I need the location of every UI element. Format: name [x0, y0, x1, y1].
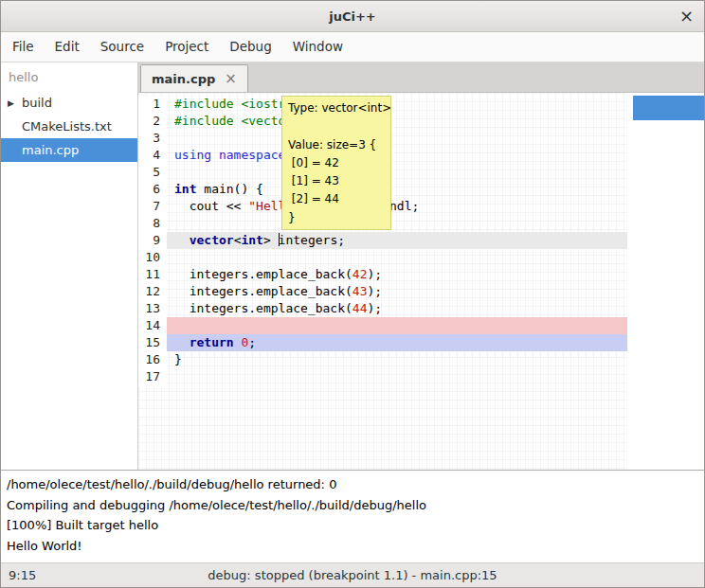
- menu-bar: FileEditSourceProjectDebugWindow: [1, 32, 704, 62]
- debug-tooltip: Type: vector<int> Value: size=3 { [0] = …: [281, 96, 391, 230]
- line-number[interactable]: 11: [138, 266, 167, 283]
- output-panel[interactable]: /home/olece/test/hello/./build/debug/hel…: [1, 470, 704, 562]
- line-number[interactable]: 1: [138, 96, 167, 113]
- title-bar: juCi++ ×: [1, 1, 704, 32]
- expander-icon[interactable]: ▶: [8, 98, 14, 108]
- tree-item-label: main.cpp: [22, 143, 79, 157]
- code-line-11[interactable]: 11 integers.emplace_back(42);: [138, 266, 627, 283]
- code-text: return 0;: [167, 334, 627, 351]
- line-number[interactable]: 9: [138, 232, 167, 249]
- code-text: }: [167, 351, 627, 368]
- status-bar: 9:15 debug: stopped (breakpoint 1.1) - m…: [1, 562, 704, 587]
- menu-item-window[interactable]: Window: [282, 32, 353, 62]
- code-text: [167, 215, 627, 232]
- line-number[interactable]: 3: [138, 130, 167, 147]
- tooltip-line: [288, 117, 385, 135]
- file-tree: ▶buildCMakeLists.txtmain.cpp: [1, 91, 137, 162]
- menu-item-file[interactable]: File: [2, 32, 45, 62]
- tab-bar: main.cpp ×: [138, 62, 704, 93]
- menu-item-project[interactable]: Project: [154, 32, 219, 62]
- tree-item-label: CMakeLists.txt: [22, 119, 112, 134]
- tree-item-build[interactable]: ▶build: [1, 91, 137, 115]
- tree-item-label: build: [22, 96, 52, 110]
- tooltip-line: Type: vector<int>: [288, 99, 385, 117]
- editor-pane: main.cpp × 1#include <iostream>2#include…: [138, 62, 704, 470]
- tree-item-cmakelists-txt[interactable]: CMakeLists.txt: [1, 115, 137, 138]
- code-text: [167, 368, 627, 385]
- code-text: [167, 130, 627, 147]
- scrollbar-thumb[interactable]: [633, 96, 704, 120]
- line-number[interactable]: 12: [138, 283, 167, 300]
- code-text: #include <iostream>: [167, 96, 627, 113]
- tree-item-main-cpp[interactable]: main.cpp: [1, 138, 137, 162]
- output-line: Compiling and debugging /home/olece/test…: [7, 495, 698, 516]
- code-text: int main() {: [167, 181, 627, 198]
- line-number[interactable]: 13: [138, 300, 167, 317]
- tooltip-line: Value: size=3 {: [288, 136, 385, 154]
- debug-status: debug: stopped (breakpoint 1.1) - main.c…: [1, 568, 704, 582]
- code-line-17[interactable]: 17: [138, 368, 627, 385]
- menu-item-edit[interactable]: Edit: [45, 32, 90, 62]
- tooltip-line: }: [288, 209, 385, 227]
- code-text: vector<int> integers;: [167, 232, 627, 249]
- project-root-label: hello: [1, 62, 137, 91]
- line-number[interactable]: 4: [138, 147, 167, 164]
- close-icon[interactable]: ×: [679, 8, 694, 25]
- code-text: [167, 164, 627, 181]
- line-number[interactable]: 17: [138, 368, 167, 385]
- code-text: integers.emplace_back(42);: [167, 266, 627, 283]
- output-line: Hello World!: [7, 536, 698, 557]
- code-line-13[interactable]: 13 integers.emplace_back(44);: [138, 300, 627, 317]
- tab-close-icon[interactable]: ×: [225, 72, 237, 86]
- code-text: [167, 249, 627, 266]
- code-line-9[interactable]: 9 vector<int> integers;: [138, 232, 627, 249]
- app-window: juCi++ × FileEditSourceProjectDebugWindo…: [0, 0, 705, 588]
- menu-item-debug[interactable]: Debug: [219, 32, 281, 62]
- code-line-14[interactable]: 14: [138, 317, 627, 334]
- window-title: juCi++: [329, 9, 376, 24]
- output-line: [100%] Built target hello: [7, 515, 698, 536]
- tooltip-line: [0] = 42: [288, 154, 385, 172]
- tab-label: main.cpp: [152, 72, 215, 86]
- code-text: [167, 317, 627, 334]
- code-text: #include <vector>: [167, 113, 627, 130]
- line-number[interactable]: 8: [138, 215, 167, 232]
- code-line-15[interactable]: 15 return 0;: [138, 334, 627, 351]
- status-time: 9:15: [9, 568, 36, 582]
- output-line: /home/olece/test/hello/./build/debug/hel…: [7, 474, 698, 495]
- code-text: integers.emplace_back(43);: [167, 283, 627, 300]
- code-line-12[interactable]: 12 integers.emplace_back(43);: [138, 283, 627, 300]
- line-number[interactable]: 6: [138, 181, 167, 198]
- tooltip-line: [2] = 44: [288, 190, 385, 208]
- line-number[interactable]: 14: [138, 317, 167, 334]
- line-number[interactable]: 5: [138, 164, 167, 181]
- main-area: hello ▶buildCMakeLists.txtmain.cpp main.…: [1, 62, 704, 470]
- code-text: using namespace std;: [167, 147, 627, 164]
- line-number[interactable]: 7: [138, 198, 167, 215]
- code-line-10[interactable]: 10: [138, 249, 627, 266]
- line-number[interactable]: 2: [138, 113, 167, 130]
- code-text: cout << "Hello World!" << endl;: [167, 198, 627, 215]
- line-number[interactable]: 15: [138, 334, 167, 351]
- line-number[interactable]: 16: [138, 351, 167, 368]
- tooltip-line: [1] = 43: [288, 172, 385, 190]
- menu-item-source[interactable]: Source: [90, 32, 154, 62]
- code-editor[interactable]: 1#include <iostream>2#include <vector>34…: [138, 93, 704, 470]
- editor-scrollbar[interactable]: [627, 93, 704, 470]
- sidebar: hello ▶buildCMakeLists.txtmain.cpp: [1, 62, 138, 470]
- tab-main-cpp[interactable]: main.cpp ×: [140, 64, 248, 92]
- code-line-16[interactable]: 16}: [138, 351, 627, 368]
- line-number[interactable]: 10: [138, 249, 167, 266]
- code-text: integers.emplace_back(44);: [167, 300, 627, 317]
